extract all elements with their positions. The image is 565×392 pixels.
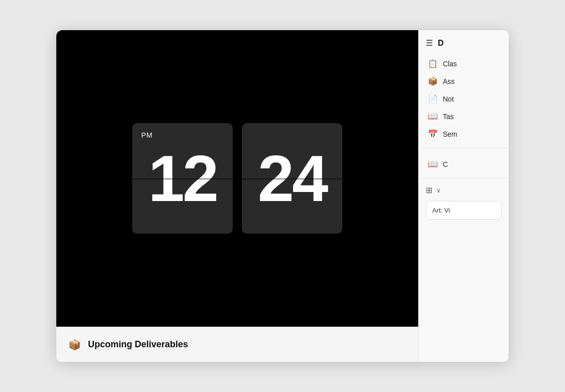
sidebar-bottom: ⊞ ∨ Art: Vi bbox=[419, 178, 509, 227]
sidebar-section-item[interactable]: 📖 C bbox=[426, 155, 502, 173]
sidebar-item-notes[interactable]: 📄 Not bbox=[426, 90, 502, 108]
sidebar-item-classes[interactable]: 📋 Clas bbox=[426, 55, 502, 72]
classes-icon: 📋 bbox=[428, 59, 438, 68]
tasks-icon: 📖 bbox=[428, 112, 438, 121]
semester-label: Sem bbox=[443, 130, 457, 138]
chevron-down-icon[interactable]: ∨ bbox=[436, 187, 441, 194]
tasks-label: Tas bbox=[443, 113, 454, 121]
notes-label: Not bbox=[443, 95, 454, 103]
sidebar-card: Art: Vi bbox=[426, 201, 502, 220]
assignments-icon: 📦 bbox=[428, 76, 438, 86]
period-label: PM bbox=[141, 131, 153, 139]
grid-icon[interactable]: ⊞ bbox=[426, 185, 432, 195]
hours-digit: 12 bbox=[148, 146, 217, 211]
sidebar: ☰ D 📋 Clas 📦 Ass 📄 Not 📖 Tas 📅 bbox=[418, 30, 509, 362]
minutes-tile: 24 bbox=[242, 123, 342, 234]
list-icon: ☰ bbox=[426, 38, 433, 48]
assignments-label: Ass bbox=[443, 77, 454, 85]
sidebar-item-assignments[interactable]: 📦 Ass bbox=[426, 72, 502, 90]
bottom-bar: 📦 Upcoming Deliverables bbox=[56, 327, 418, 362]
notes-icon: 📄 bbox=[428, 94, 438, 104]
sidebar-header-label: D bbox=[438, 39, 444, 48]
clock-area: PM 12 24 bbox=[56, 30, 418, 327]
classes-label: Clas bbox=[443, 60, 457, 68]
deliverables-icon: 📦 bbox=[68, 339, 81, 351]
deliverables-title: Upcoming Deliverables bbox=[88, 339, 188, 350]
sidebar-top: ☰ D 📋 Clas 📦 Ass 📄 Not 📖 Tas 📅 bbox=[419, 30, 509, 148]
sidebar-item-tasks[interactable]: 📖 Tas bbox=[426, 108, 502, 125]
minutes-digit: 24 bbox=[258, 146, 327, 211]
clock-container: PM 12 24 bbox=[132, 123, 342, 234]
semester-icon: 📅 bbox=[428, 129, 438, 139]
section-label: C bbox=[443, 160, 448, 168]
main-window: PM 12 24 📦 Upcoming Deliverables ☰ D bbox=[56, 30, 509, 362]
grid-row: ⊞ ∨ bbox=[426, 185, 502, 195]
main-content: PM 12 24 📦 Upcoming Deliverables bbox=[56, 30, 418, 362]
sidebar-section: 📖 C bbox=[419, 148, 509, 178]
sidebar-header: ☰ D bbox=[426, 38, 502, 48]
sidebar-item-semester[interactable]: 📅 Sem bbox=[426, 125, 502, 143]
section-icon: 📖 bbox=[428, 159, 438, 169]
hours-tile: PM 12 bbox=[132, 123, 233, 234]
